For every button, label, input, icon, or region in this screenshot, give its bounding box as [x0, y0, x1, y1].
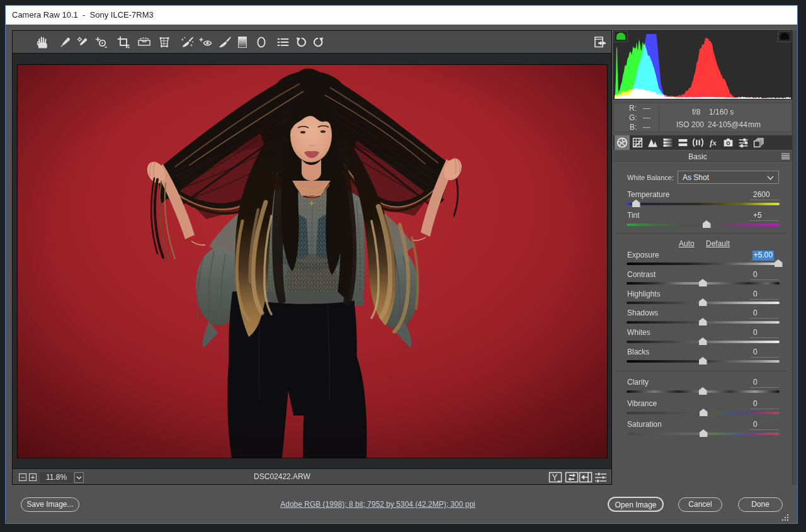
- svg-text:Y: Y: [552, 472, 558, 482]
- svg-text:fx: fx: [710, 139, 717, 147]
